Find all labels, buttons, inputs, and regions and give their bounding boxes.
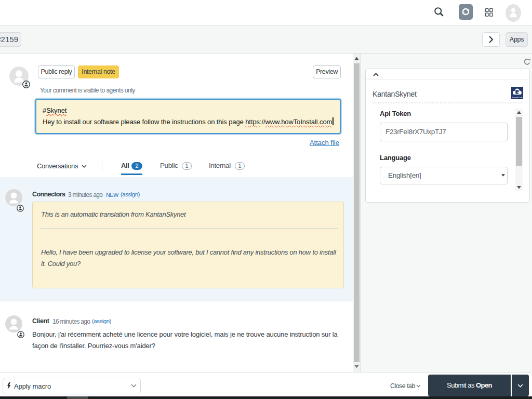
svg-text:KantanMT.com: KantanMT.com <box>512 97 523 99</box>
